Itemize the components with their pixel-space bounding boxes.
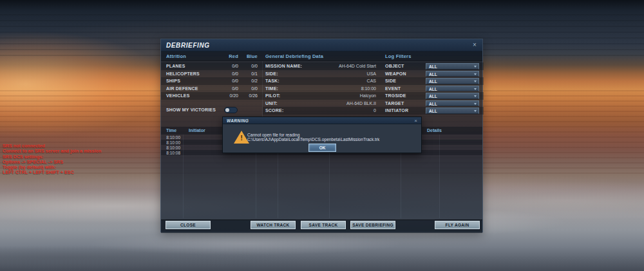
general-field-row: PILOT: Halcyon	[263, 92, 380, 100]
toggle-knob-icon	[225, 108, 229, 112]
attrition-blue-value: 0/26	[237, 93, 258, 98]
log-filter-label: TRGSIDE	[385, 93, 406, 98]
window-title: DEBRIEFING	[161, 42, 210, 49]
log-filters-section-title: Log Filters	[385, 53, 412, 59]
dropdown-value: ALL	[429, 64, 437, 69]
srs-line: Options -> SPECIAL -> SRS	[3, 160, 101, 165]
attrition-label: PLANES	[166, 64, 185, 68]
log-filter-row: INITIATOR ALL	[380, 107, 484, 115]
window-titlebar: DEBRIEFING	[161, 39, 482, 51]
general-field-label: TIME:	[265, 86, 278, 91]
log-filter-dropdown[interactable]: ALL	[426, 78, 479, 84]
general-field-label: SIDE:	[265, 71, 278, 76]
general-field-row: SCORE: 0	[263, 107, 380, 115]
log-row-time: 8:10:00	[164, 140, 180, 145]
log-filter-dropdown[interactable]: ALL	[426, 107, 479, 114]
attrition-label: HELICOPTERS	[166, 71, 200, 76]
log-filter-dropdown[interactable]: ALL	[426, 86, 479, 92]
general-field-row: SIDE: USA	[263, 70, 380, 78]
attrition-row: SHIPS 0/0 0/2	[161, 77, 263, 85]
general-field-label: SCORE:	[265, 108, 283, 113]
dropdown-value: ALL	[429, 79, 437, 84]
attrition-blue-value: 0/0	[237, 86, 258, 91]
chevron-down-icon	[474, 110, 477, 112]
general-field-value: 8:10:00	[299, 86, 376, 91]
log-filter-label: TARGET	[385, 101, 404, 106]
watch-track-button[interactable]: WATCH TRACK	[251, 221, 296, 229]
general-field-row: TIME: 8:10:00	[263, 85, 380, 93]
general-field-value: CAS	[299, 79, 376, 83]
warning-dialog-close-icon[interactable]: ×	[413, 118, 419, 124]
log-table-header-time: Time	[166, 128, 176, 133]
srs-line: SRS not connected	[3, 144, 101, 149]
attrition-red-value: 0/0	[218, 86, 238, 91]
log-filter-row: EVENT ALL	[380, 85, 484, 93]
log-filter-dropdown[interactable]: ALL	[426, 100, 479, 107]
attrition-red-column-header: Red	[218, 53, 238, 59]
show-victories-toggle[interactable]	[224, 107, 238, 113]
general-field-label: PILOT:	[265, 93, 280, 98]
general-field-row: MISSION NAME: AH-64D Cold Start	[263, 62, 380, 70]
attrition-blue-value: 0/1	[237, 71, 258, 76]
attrition-red-value: 0/0	[218, 79, 238, 83]
srs-overlay: SRS not connected Connect to an SRS serv…	[3, 144, 101, 176]
log-row-time: 8:10:08	[164, 151, 180, 155]
attrition-section-title: Attrition	[166, 53, 186, 59]
log-filter-dropdown[interactable]: ALL	[426, 93, 479, 99]
table-column-divider	[439, 135, 440, 218]
log-filter-label: WEAPON	[385, 71, 406, 76]
log-filter-dropdown[interactable]: ALL	[426, 71, 479, 77]
attrition-label: SHIPS	[166, 79, 180, 83]
attrition-row: AIR DEFENCE 0/0 0/0	[161, 85, 263, 93]
chevron-down-icon	[474, 73, 477, 75]
warning-message: Cannot open file for reading C:\Users\AJ…	[247, 133, 416, 142]
attrition-red-value: 0/0	[218, 71, 238, 76]
log-filter-row: TARGET ALL	[380, 100, 484, 107]
general-field-value: 0	[299, 108, 376, 113]
chevron-down-icon	[474, 66, 477, 68]
save-track-button[interactable]: SAVE TRACK	[301, 221, 346, 229]
show-victories-label: SHOW MY VICTORIES	[166, 107, 216, 112]
log-filter-label: INITIATOR	[385, 108, 408, 113]
log-filter-row: OBJECT ALL	[380, 62, 484, 70]
general-field-value: AH-64D BLK.II	[299, 101, 376, 106]
chevron-down-icon	[474, 95, 477, 97]
attrition-blue-value: 0/0	[237, 64, 258, 68]
attrition-row: VEHICLES 0/20 0/26	[161, 92, 263, 100]
log-filter-label: OBJECT	[385, 64, 404, 68]
dropdown-value: ALL	[429, 87, 437, 91]
attrition-red-value: 0/20	[218, 93, 238, 98]
log-filter-dropdown[interactable]: ALL	[426, 63, 479, 70]
table-column-divider	[183, 135, 184, 218]
log-filter-row: SIDE ALL	[380, 77, 484, 85]
warning-dialog-titlebar: WARNING ×	[223, 117, 421, 124]
log-row-time: 8:10:00	[164, 135, 180, 140]
attrition-red-value: 0/0	[218, 64, 238, 68]
log-filter-label: SIDE	[385, 79, 396, 83]
srs-line: Toggle (by default) with:	[3, 165, 101, 170]
ok-button[interactable]: OK	[308, 144, 336, 152]
close-button[interactable]: CLOSE	[166, 221, 211, 229]
chevron-down-icon	[474, 103, 477, 105]
log-table-header-initiator: Initiator	[189, 128, 205, 133]
attrition-blue-column-header: Blue	[237, 53, 258, 59]
save-debriefing-button[interactable]: SAVE DEBRIEFING	[350, 221, 395, 229]
general-field-label: TASK:	[265, 79, 279, 83]
dropdown-value: ALL	[429, 102, 437, 106]
general-field-value: AH-64D Cold Start	[299, 64, 376, 68]
dropdown-value: ALL	[429, 94, 437, 98]
srs-line: SRS DCS settings:	[3, 154, 101, 160]
section-header-bar: Attrition Red Blue General Debriefing Da…	[161, 51, 482, 61]
general-field-label: MISSION NAME:	[265, 64, 302, 68]
window-close-icon[interactable]: ×	[471, 41, 478, 49]
attrition-row: HELICOPTERS 0/0 0/1	[161, 70, 263, 78]
general-field-value: Halcyon	[299, 93, 376, 98]
general-field-row: TASK: CAS	[263, 77, 380, 85]
show-victories-row: SHOW MY VICTORIES	[161, 106, 263, 114]
general-section-title: General Debriefing Data	[265, 53, 323, 59]
screen: SRS not connected Connect to an SRS serv…	[0, 0, 644, 271]
warning-dialog-title: WARNING	[227, 118, 249, 123]
log-filter-row: WEAPON ALL	[380, 70, 484, 78]
attrition-label: VEHICLES	[166, 93, 190, 98]
fly-again-button[interactable]: FLY AGAIN	[435, 221, 480, 229]
